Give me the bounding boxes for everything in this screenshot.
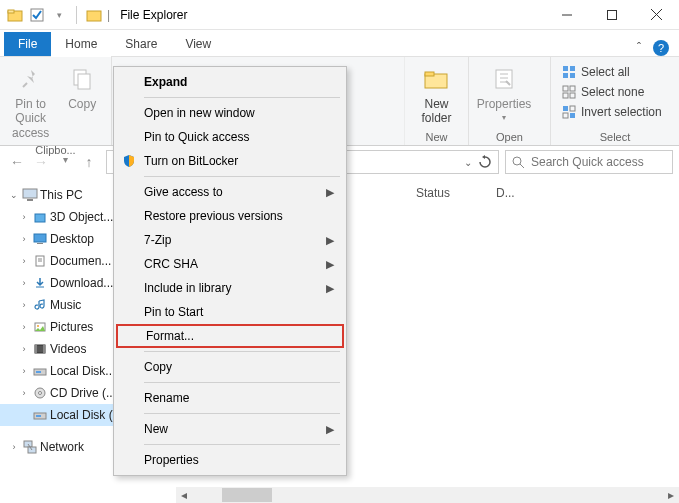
search-input[interactable]: Search Quick access — [505, 150, 673, 174]
collapse-icon[interactable]: ⌄ — [8, 190, 20, 200]
copy-icon — [66, 63, 98, 95]
tab-file[interactable]: File — [4, 32, 51, 56]
qat-save-icon[interactable] — [28, 6, 46, 24]
scroll-right-icon[interactable]: ▸ — [663, 488, 679, 502]
pc-icon — [22, 187, 38, 203]
ctx-new[interactable]: New▶ — [116, 417, 344, 441]
ctx-expand[interactable]: Expand — [116, 70, 344, 94]
submenu-arrow-icon: ▶ — [326, 282, 334, 295]
properties-button[interactable]: Properties ▾ — [475, 61, 533, 125]
chevron-up-icon[interactable]: ˆ — [637, 41, 641, 55]
window-title: File Explorer — [120, 8, 187, 22]
svg-rect-23 — [570, 106, 575, 111]
close-button[interactable] — [634, 0, 679, 30]
invert-selection-button[interactable]: Invert selection — [557, 103, 666, 121]
copy-button[interactable]: Copy — [59, 61, 105, 113]
svg-rect-25 — [570, 113, 575, 118]
context-menu: Expand Open in new window Pin to Quick a… — [113, 66, 347, 476]
svg-rect-5 — [607, 10, 616, 19]
select-all-icon — [561, 64, 577, 80]
svg-rect-32 — [37, 243, 43, 244]
svg-rect-43 — [36, 371, 41, 373]
new-folder-button[interactable]: New folder — [411, 61, 462, 128]
scroll-thumb[interactable] — [222, 488, 272, 502]
ctx-pin-quick-access[interactable]: Pin to Quick access — [116, 125, 344, 149]
address-dropdown-icon[interactable]: ⌄ — [464, 157, 472, 168]
minimize-button[interactable] — [544, 0, 589, 30]
submenu-arrow-icon: ▶ — [326, 234, 334, 247]
svg-rect-30 — [35, 214, 45, 222]
new-folder-icon — [421, 63, 453, 95]
svg-rect-16 — [563, 73, 568, 78]
pin-quick-access-button[interactable]: Pin to Quick access — [6, 61, 55, 142]
ribbon-tabs: File Home Share View ˆ ? — [0, 30, 679, 56]
folder-icon — [6, 6, 24, 24]
horizontal-scrollbar[interactable]: ◂ ▸ — [176, 487, 679, 503]
submenu-arrow-icon: ▶ — [326, 186, 334, 199]
help-icon[interactable]: ? — [653, 40, 669, 56]
svg-rect-20 — [563, 93, 568, 98]
svg-point-38 — [37, 325, 39, 327]
forward-button[interactable]: → — [30, 154, 52, 170]
svg-rect-47 — [36, 415, 41, 417]
network-icon — [22, 439, 38, 455]
ctx-format[interactable]: Format... — [116, 324, 344, 348]
svg-rect-12 — [425, 72, 434, 76]
select-none-button[interactable]: Select none — [557, 83, 666, 101]
pin-icon — [15, 63, 47, 95]
ctx-give-access[interactable]: Give access to▶ — [116, 180, 344, 204]
drive-icon — [32, 407, 48, 423]
recent-dropdown[interactable]: ▾ — [54, 154, 76, 170]
ctx-include-library[interactable]: Include in library▶ — [116, 276, 344, 300]
svg-line-27 — [520, 164, 524, 168]
ctx-7zip[interactable]: 7-Zip▶ — [116, 228, 344, 252]
tab-home[interactable]: Home — [51, 32, 111, 56]
ctx-crc-sha[interactable]: CRC SHA▶ — [116, 252, 344, 276]
cd-icon — [32, 385, 48, 401]
back-button[interactable]: ← — [6, 154, 28, 170]
svg-rect-15 — [570, 66, 575, 71]
up-button[interactable]: ↑ — [78, 154, 100, 170]
submenu-arrow-icon: ▶ — [326, 423, 334, 436]
svg-rect-28 — [23, 189, 37, 198]
drive-icon — [32, 363, 48, 379]
svg-rect-18 — [563, 86, 568, 91]
select-all-button[interactable]: Select all — [557, 63, 666, 81]
svg-rect-3 — [87, 11, 101, 21]
properties-icon — [488, 63, 520, 95]
ctx-copy[interactable]: Copy — [116, 355, 344, 379]
svg-point-26 — [513, 157, 521, 165]
svg-rect-40 — [35, 345, 37, 353]
svg-rect-24 — [563, 113, 568, 118]
svg-rect-14 — [563, 66, 568, 71]
refresh-icon[interactable] — [478, 155, 492, 169]
tab-view[interactable]: View — [171, 32, 225, 56]
shield-icon — [121, 153, 137, 169]
svg-rect-10 — [78, 74, 90, 89]
ctx-properties[interactable]: Properties — [116, 448, 344, 472]
ctx-bitlocker[interactable]: Turn on BitLocker — [116, 149, 344, 173]
svg-point-45 — [39, 392, 42, 395]
svg-rect-31 — [34, 234, 46, 242]
ctx-restore-versions[interactable]: Restore previous versions — [116, 204, 344, 228]
select-none-icon — [561, 84, 577, 100]
ctx-open-new-window[interactable]: Open in new window — [116, 101, 344, 125]
ctx-pin-start[interactable]: Pin to Start — [116, 300, 344, 324]
ctx-rename[interactable]: Rename — [116, 386, 344, 410]
explorer-icon — [85, 6, 103, 24]
submenu-arrow-icon: ▶ — [326, 258, 334, 271]
svg-rect-21 — [570, 93, 575, 98]
maximize-button[interactable] — [589, 0, 634, 30]
title-bar: ▾ | File Explorer — [0, 0, 679, 30]
invert-selection-icon — [561, 104, 577, 120]
scroll-left-icon[interactable]: ◂ — [176, 488, 192, 502]
svg-rect-29 — [27, 199, 33, 201]
qat-dropdown-icon[interactable]: ▾ — [50, 6, 68, 24]
svg-rect-19 — [570, 86, 575, 91]
search-icon — [512, 156, 525, 169]
svg-rect-1 — [8, 10, 14, 13]
tab-share[interactable]: Share — [111, 32, 171, 56]
svg-rect-22 — [563, 106, 568, 111]
svg-rect-41 — [43, 345, 45, 353]
svg-rect-17 — [570, 73, 575, 78]
